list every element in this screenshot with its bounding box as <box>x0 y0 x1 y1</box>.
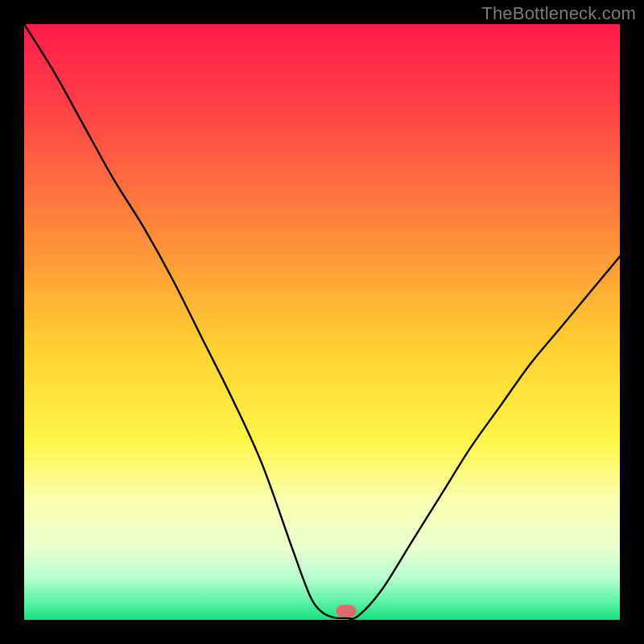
optimal-point-marker <box>336 605 356 617</box>
chart-frame: TheBottleneck.com <box>0 0 644 644</box>
plot-region <box>24 24 620 620</box>
bottleneck-curve <box>24 24 620 620</box>
watermark-label: TheBottleneck.com <box>481 3 636 24</box>
